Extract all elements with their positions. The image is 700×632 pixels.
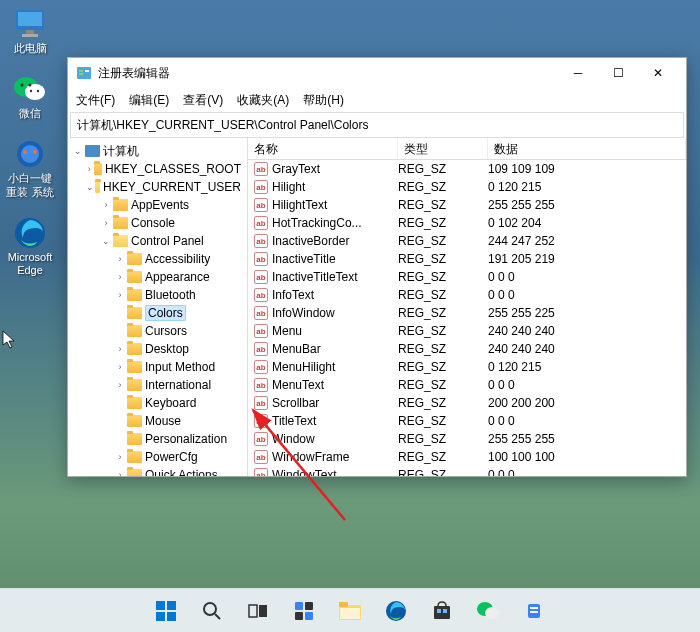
chevron-right-icon[interactable]: › (86, 163, 93, 175)
assistant-button[interactable] (515, 592, 553, 630)
svg-rect-43 (530, 611, 538, 613)
list-panel[interactable]: 名称 类型 数据 abGrayTextREG_SZ109 109 109abHi… (248, 138, 686, 476)
registry-value-row[interactable]: abScrollbarREG_SZ200 200 200 (248, 394, 686, 412)
registry-value-row[interactable]: abWindowREG_SZ255 255 255 (248, 430, 686, 448)
value-type: REG_SZ (398, 216, 488, 230)
chevron-down-icon[interactable]: ⌄ (86, 181, 94, 193)
maximize-button[interactable]: ☐ (598, 59, 638, 87)
tree-item[interactable]: ›Input Method (70, 358, 245, 376)
tree-item[interactable]: ›Console (70, 214, 245, 232)
chevron-right-icon[interactable]: › (114, 253, 126, 265)
desktop-icon-wechat[interactable]: 微信 (4, 73, 56, 120)
address-bar[interactable]: 计算机\HKEY_CURRENT_USER\Control Panel\Colo… (70, 112, 684, 138)
tree-item[interactable]: ›Quick Actions (70, 466, 245, 476)
tree-panel[interactable]: ⌄计算机›HKEY_CLASSES_ROOT⌄HKEY_CURRENT_USER… (68, 138, 248, 476)
value-data: 109 109 109 (488, 162, 686, 176)
value-data: 255 255 255 (488, 432, 686, 446)
widgets-button[interactable] (285, 592, 323, 630)
explorer-button[interactable] (331, 592, 369, 630)
chevron-down-icon[interactable]: ⌄ (72, 145, 84, 157)
close-button[interactable]: ✕ (638, 59, 678, 87)
desktop-icon-label: 微信 (19, 107, 41, 120)
expander-none (114, 415, 126, 427)
tree-item[interactable]: Personalization (70, 430, 245, 448)
tree-item[interactable]: Cursors (70, 322, 245, 340)
menu-help[interactable]: 帮助(H) (303, 92, 344, 109)
expander-none (114, 433, 126, 445)
menu-file[interactable]: 文件(F) (76, 92, 115, 109)
tree-item[interactable]: ›Desktop (70, 340, 245, 358)
svg-rect-26 (249, 605, 257, 617)
chevron-right-icon[interactable]: › (100, 217, 112, 229)
tree-item[interactable]: ›Bluetooth (70, 286, 245, 304)
chevron-down-icon[interactable]: ⌄ (100, 235, 112, 247)
value-type: REG_SZ (398, 378, 488, 392)
tree-item[interactable]: ›Accessibility (70, 250, 245, 268)
registry-value-row[interactable]: abHilightTextREG_SZ255 255 255 (248, 196, 686, 214)
registry-value-row[interactable]: abMenuTextREG_SZ0 0 0 (248, 376, 686, 394)
value-name: HilightText (272, 198, 327, 212)
registry-value-row[interactable]: abHilightREG_SZ0 120 215 (248, 178, 686, 196)
column-type[interactable]: 类型 (398, 138, 488, 159)
value-type: REG_SZ (398, 432, 488, 446)
folder-icon (113, 199, 128, 211)
list-header[interactable]: 名称 类型 数据 (248, 138, 686, 160)
value-data: 240 240 240 (488, 342, 686, 356)
tree-item[interactable]: ⌄Control Panel (70, 232, 245, 250)
start-button[interactable] (147, 592, 185, 630)
registry-value-row[interactable]: abInactiveBorderREG_SZ244 247 252 (248, 232, 686, 250)
chevron-right-icon[interactable]: › (100, 199, 112, 211)
chevron-right-icon[interactable]: › (114, 469, 126, 476)
registry-value-row[interactable]: abInfoTextREG_SZ0 0 0 (248, 286, 686, 304)
registry-value-row[interactable]: abWindowFrameREG_SZ100 100 100 (248, 448, 686, 466)
registry-value-row[interactable]: abWindowTextREG_SZ0 0 0 (248, 466, 686, 476)
svg-rect-17 (79, 73, 83, 75)
registry-value-row[interactable]: abMenuBarREG_SZ240 240 240 (248, 340, 686, 358)
column-data[interactable]: 数据 (488, 138, 686, 159)
tree-item[interactable]: ›AppEvents (70, 196, 245, 214)
tree-label: Cursors (145, 324, 187, 338)
menu-edit[interactable]: 编辑(E) (129, 92, 169, 109)
desktop-icon-xiaobai[interactable]: 小白一键重装 系统 (4, 138, 56, 198)
tree-item[interactable]: Keyboard (70, 394, 245, 412)
tree-item[interactable]: ›PowerCfg (70, 448, 245, 466)
chevron-right-icon[interactable]: › (114, 271, 126, 283)
titlebar[interactable]: 注册表编辑器 ─ ☐ ✕ (68, 58, 686, 88)
taskview-button[interactable] (239, 592, 277, 630)
registry-value-row[interactable]: abMenuREG_SZ240 240 240 (248, 322, 686, 340)
chevron-right-icon[interactable]: › (114, 451, 126, 463)
registry-value-row[interactable]: abGrayTextREG_SZ109 109 109 (248, 160, 686, 178)
chevron-right-icon[interactable]: › (114, 361, 126, 373)
search-button[interactable] (193, 592, 231, 630)
tree-item[interactable]: ›Appearance (70, 268, 245, 286)
svg-point-11 (21, 145, 39, 163)
registry-value-row[interactable]: abInactiveTitleREG_SZ191 205 219 (248, 250, 686, 268)
wechat-taskbar-button[interactable] (469, 592, 507, 630)
tree-item[interactable]: ⌄HKEY_CURRENT_USER (70, 178, 245, 196)
window-title: 注册表编辑器 (98, 65, 558, 82)
value-name: InactiveTitle (272, 252, 336, 266)
registry-value-row[interactable]: abInactiveTitleTextREG_SZ0 0 0 (248, 268, 686, 286)
tree-item[interactable]: ⌄计算机 (70, 142, 245, 160)
chevron-right-icon[interactable]: › (114, 379, 126, 391)
menu-favorites[interactable]: 收藏夹(A) (237, 92, 289, 109)
desktop-icon-edge[interactable]: Microsoft Edge (4, 217, 56, 277)
registry-value-row[interactable]: abInfoWindowREG_SZ255 255 225 (248, 304, 686, 322)
registry-value-row[interactable]: abMenuHilightREG_SZ0 120 215 (248, 358, 686, 376)
store-button[interactable] (423, 592, 461, 630)
minimize-button[interactable]: ─ (558, 59, 598, 87)
desktop-icon-pc[interactable]: 此电脑 (4, 8, 56, 55)
tree-item[interactable]: ›HKEY_CLASSES_ROOT (70, 160, 245, 178)
tree-item[interactable]: Mouse (70, 412, 245, 430)
tree-item[interactable]: ›International (70, 376, 245, 394)
chevron-right-icon[interactable]: › (114, 343, 126, 355)
registry-value-row[interactable]: abHotTrackingCo...REG_SZ0 102 204 (248, 214, 686, 232)
chevron-right-icon[interactable]: › (114, 289, 126, 301)
menu-view[interactable]: 查看(V) (183, 92, 223, 109)
registry-value-row[interactable]: abTitleTextREG_SZ0 0 0 (248, 412, 686, 430)
column-name[interactable]: 名称 (248, 138, 398, 159)
edge-taskbar-button[interactable] (377, 592, 415, 630)
tree-label: Mouse (145, 414, 181, 428)
string-value-icon: ab (254, 162, 268, 176)
tree-item[interactable]: Colors (70, 304, 245, 322)
